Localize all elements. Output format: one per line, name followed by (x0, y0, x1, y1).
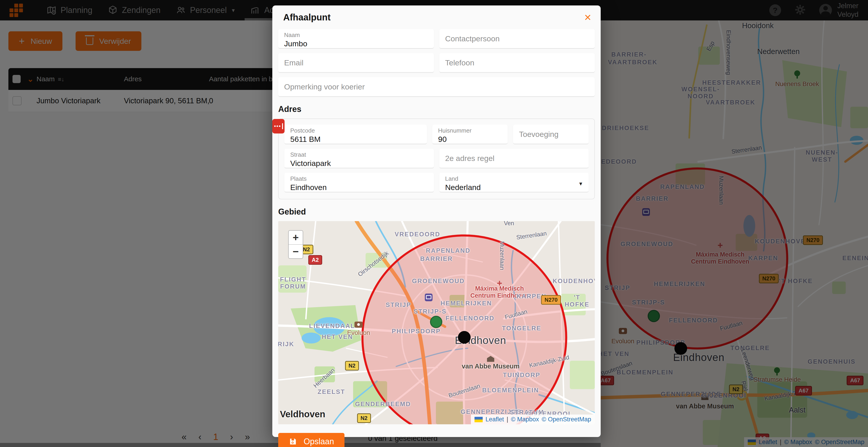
app-screen: Planning Zendingen Personeel ▾ Administr… (0, 0, 868, 447)
land-select[interactable]: Land Nederland ▼ (439, 173, 589, 192)
afhaalpunt-modal: Afhaalpunt × Naam Jumbo Contactpersoon E… (272, 5, 601, 437)
opmerking-field[interactable]: Opmerking voor koerier (278, 77, 595, 97)
save-floppy-icon (289, 437, 297, 446)
plaats-field[interactable]: Plaats Eindhoven (284, 173, 434, 192)
black-marker[interactable] (458, 331, 471, 344)
ukraine-flag-icon (474, 417, 483, 422)
green-marker[interactable] (430, 316, 442, 328)
close-icon[interactable]: × (584, 11, 591, 23)
gebied-heading: Gebied (278, 207, 595, 216)
huisnummer-field[interactable]: Huisnummer 90 (432, 125, 508, 144)
adres-heading: Adres (278, 105, 595, 114)
select-caret-icon: ▼ (578, 181, 583, 187)
straat-field[interactable]: Straat Victoriapark (284, 149, 434, 168)
adres-panel: Postcode 5611 BM Huisnummer 90 Toevoegin… (278, 119, 595, 199)
password-manager-extension-icon[interactable]: ••• (272, 119, 285, 133)
adres2-field[interactable]: 2e adres regel (439, 149, 589, 168)
contactpersoon-field[interactable]: Contactpersoon (439, 29, 595, 49)
save-button[interactable]: Opslaan (278, 433, 344, 447)
toevoeging-field[interactable]: Toevoeging (513, 125, 589, 144)
map-zoom-control: + − (288, 230, 303, 259)
zoom-in-button[interactable]: + (289, 231, 303, 245)
gebied-map[interactable]: + − Leaflet | © Mapbox © OpenStreetMap V… (278, 221, 595, 424)
postcode-field[interactable]: Postcode 5611 BM (284, 125, 427, 144)
telefoon-field[interactable]: Telefoon (439, 53, 595, 73)
osm-link[interactable]: © OpenStreetMap (542, 416, 591, 423)
map-attribution: Leaflet | © Mapbox © OpenStreetMap (471, 415, 595, 424)
zoom-out-button[interactable]: − (289, 245, 303, 258)
leaflet-link[interactable]: Leaflet (486, 416, 504, 423)
mapbox-link[interactable]: © Mapbox (511, 416, 539, 423)
naam-field[interactable]: Naam Jumbo (278, 29, 434, 49)
email-field[interactable]: Email (278, 53, 434, 73)
modal-title: Afhaalpunt (278, 12, 331, 23)
